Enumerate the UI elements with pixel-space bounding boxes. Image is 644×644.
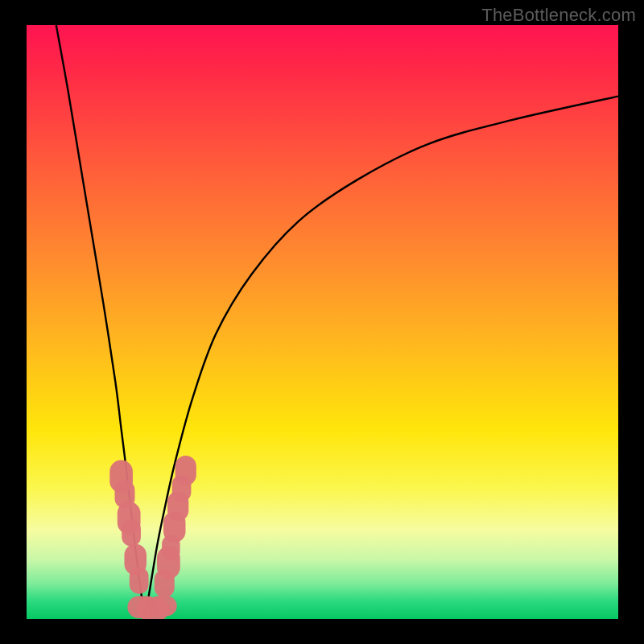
- plot-area: [27, 25, 618, 619]
- data-marker: [130, 567, 149, 594]
- data-marker: [175, 456, 196, 485]
- curve-right: [145, 97, 618, 619]
- watermark-text: TheBottleneck.com: [481, 5, 636, 26]
- chart-frame: TheBottleneck.com: [0, 0, 644, 644]
- chart-svg: [27, 25, 618, 619]
- data-marker: [148, 596, 176, 616]
- marker-group: [109, 456, 196, 619]
- data-marker: [122, 519, 141, 547]
